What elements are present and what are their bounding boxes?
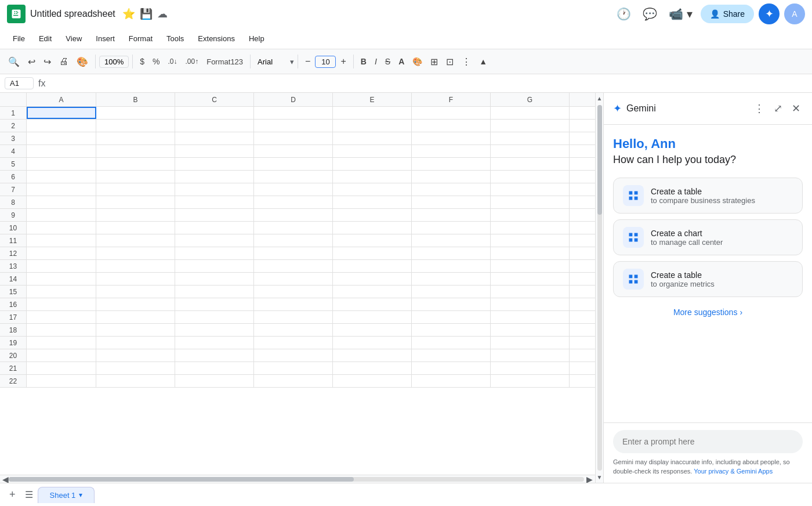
menu-file[interactable]: File [7, 32, 31, 45]
cell-B9[interactable] [96, 209, 175, 221]
cell-B17[interactable] [96, 311, 175, 323]
cell-F18[interactable] [412, 324, 491, 336]
cell-A13[interactable] [27, 260, 96, 272]
cell-G3[interactable] [491, 132, 570, 144]
cell-A8[interactable] [27, 196, 96, 208]
cell-D12[interactable] [254, 247, 333, 259]
history-button[interactable]: 🕐 [613, 5, 635, 23]
currency-button[interactable]: $ [136, 55, 148, 68]
cell-G9[interactable] [491, 209, 570, 221]
cell-C3[interactable] [175, 132, 254, 144]
decimal-down-button[interactable]: .0↓ [165, 55, 181, 68]
cell-B12[interactable] [96, 247, 175, 259]
cell-F11[interactable] [412, 234, 491, 247]
cell-G12[interactable] [491, 247, 570, 259]
cell-A10[interactable] [27, 222, 96, 234]
cell-G18[interactable] [491, 324, 570, 336]
cell-E1[interactable] [333, 107, 412, 119]
cell-G8[interactable] [491, 196, 570, 208]
star-icon[interactable]: ⭐ [122, 8, 135, 20]
cell-F13[interactable] [412, 260, 491, 272]
gemini-expand-button[interactable]: ⤢ [771, 100, 785, 117]
cell-D13[interactable] [254, 260, 333, 272]
row-number-15[interactable]: 15 [0, 285, 27, 298]
cell-E19[interactable] [333, 337, 412, 349]
cell-G20[interactable] [491, 349, 570, 362]
cell-D17[interactable] [254, 311, 333, 323]
cell-D8[interactable] [254, 196, 333, 208]
cell-D9[interactable] [254, 209, 333, 221]
cell-B8[interactable] [96, 196, 175, 208]
cell-E13[interactable] [333, 260, 412, 272]
v-scroll-thumb[interactable] [597, 105, 602, 215]
suggestion-card-2[interactable]: Create a chart to manage call center [613, 219, 803, 255]
row-number-21[interactable]: 21 [0, 362, 27, 374]
cell-C11[interactable] [175, 234, 254, 247]
sheet-tab-1[interactable]: Sheet 1 ▾ [38, 487, 95, 503]
cell-B20[interactable] [96, 349, 175, 362]
col-header-e[interactable]: E [333, 93, 412, 107]
cell-E7[interactable] [333, 183, 412, 196]
prompt-input[interactable] [613, 430, 803, 453]
cell-reference[interactable]: A1 [5, 77, 34, 89]
font-dropdown-arrow[interactable]: ▾ [290, 57, 294, 66]
increase-font-button[interactable]: + [337, 54, 349, 69]
italic-button[interactable]: I [371, 55, 380, 68]
horizontal-scrollbar[interactable]: ◀ ▶ [0, 475, 595, 483]
more-suggestions-link[interactable]: More suggestions › [613, 303, 803, 321]
share-button[interactable]: 👤 Share [701, 5, 754, 23]
cell-G21[interactable] [491, 362, 570, 374]
scroll-up-arrow[interactable]: ▲ [596, 94, 604, 103]
add-sheet-button[interactable]: + [5, 486, 20, 503]
cell-A17[interactable] [27, 311, 96, 323]
cell-C16[interactable] [175, 298, 254, 310]
cell-E5[interactable] [333, 158, 412, 170]
row-number-11[interactable]: 11 [0, 234, 27, 247]
collapse-toolbar-button[interactable]: ▲ [476, 55, 491, 68]
font-selector[interactable]: Arial [254, 56, 289, 67]
cell-B11[interactable] [96, 234, 175, 247]
decimal-up-button[interactable]: .00↑ [182, 55, 202, 68]
font-size-input[interactable]: 10 [315, 56, 336, 68]
cell-F15[interactable] [412, 285, 491, 298]
menu-edit[interactable]: Edit [33, 32, 57, 45]
font-color-button[interactable]: A [395, 55, 408, 68]
cell-A9[interactable] [27, 209, 96, 221]
cell-B16[interactable] [96, 298, 175, 310]
cell-C5[interactable] [175, 158, 254, 170]
undo-button[interactable]: ↩ [24, 54, 39, 70]
cell-A11[interactable] [27, 234, 96, 247]
cell-E22[interactable] [333, 375, 412, 387]
bold-button[interactable]: B [357, 55, 370, 68]
sheet-menu-button[interactable]: ☰ [23, 487, 35, 503]
cell-C2[interactable] [175, 120, 254, 132]
percent-button[interactable]: % [149, 55, 163, 68]
cell-B4[interactable] [96, 145, 175, 157]
cell-C6[interactable] [175, 171, 254, 183]
menu-tools[interactable]: Tools [161, 32, 190, 45]
cell-G13[interactable] [491, 260, 570, 272]
cell-F14[interactable] [412, 273, 491, 285]
cell-D16[interactable] [254, 298, 333, 310]
cell-D3[interactable] [254, 132, 333, 144]
cell-D5[interactable] [254, 158, 333, 170]
meet-button[interactable]: 📹 ▾ [665, 5, 696, 23]
cell-B2[interactable] [96, 120, 175, 132]
cell-F17[interactable] [412, 311, 491, 323]
menu-view[interactable]: View [60, 32, 88, 45]
cell-C14[interactable] [175, 273, 254, 285]
zoom-selector[interactable]: 100% [99, 56, 129, 68]
cell-B7[interactable] [96, 183, 175, 196]
cell-B14[interactable] [96, 273, 175, 285]
cell-B22[interactable] [96, 375, 175, 387]
cell-D10[interactable] [254, 222, 333, 234]
cell-D19[interactable] [254, 337, 333, 349]
row-number-14[interactable]: 14 [0, 273, 27, 285]
scroll-right-arrow[interactable]: ▶ [586, 475, 593, 483]
col-header-b[interactable]: B [96, 93, 175, 107]
cell-B10[interactable] [96, 222, 175, 234]
cell-C12[interactable] [175, 247, 254, 259]
cell-A14[interactable] [27, 273, 96, 285]
format-button[interactable]: Format 123 [203, 55, 246, 68]
gemini-fab-button[interactable]: ✦ [759, 3, 780, 24]
